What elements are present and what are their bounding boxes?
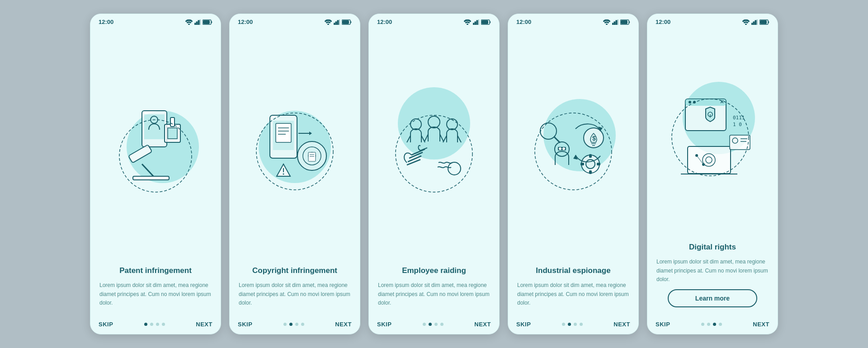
title-espionage: Industrial espionage — [517, 266, 629, 276]
title-patent: Patent infringement — [99, 266, 212, 276]
svg-rect-60 — [612, 23, 613, 25]
wifi-icon-2 — [325, 19, 332, 25]
screens-container: 12:00 — [90, 14, 778, 334]
nav-patent: SKIP NEXT — [90, 317, 221, 334]
status-time-5: 12:00 — [656, 19, 670, 25]
svg-text:1 0: 1 0 — [733, 122, 742, 127]
svg-text:0111: 0111 — [733, 115, 745, 121]
dot-4-2 — [568, 323, 571, 326]
next-button-5[interactable]: NEXT — [753, 321, 769, 328]
svg-rect-88 — [755, 20, 756, 25]
skip-button-4[interactable]: SKIP — [516, 321, 531, 328]
body-employee: Lorem ipsum dolor sit dim amet, mea regi… — [378, 281, 490, 307]
dots-1 — [144, 323, 165, 326]
status-time-2: 12:00 — [238, 19, 253, 25]
svg-rect-42 — [473, 23, 474, 25]
phone-screen-patent: 12:00 — [90, 14, 221, 334]
dot-2-4 — [301, 323, 304, 326]
dots-5 — [701, 323, 722, 326]
copyright-illustration — [245, 97, 344, 197]
skip-button-1[interactable]: SKIP — [99, 321, 113, 328]
dots-2 — [283, 323, 304, 326]
svg-rect-91 — [760, 20, 767, 24]
svg-rect-20 — [337, 20, 339, 25]
svg-rect-65 — [621, 20, 627, 24]
illustration-digital: 0111 1 0 — [647, 28, 778, 242]
svg-point-85 — [745, 24, 747, 25]
svg-rect-79 — [589, 170, 592, 174]
nav-digital: SKIP NEXT — [647, 317, 778, 334]
skip-button-3[interactable]: SKIP — [377, 321, 392, 328]
signal-icon-4 — [612, 19, 618, 25]
dot-4-1 — [562, 323, 565, 326]
dot-3-2 — [429, 323, 432, 326]
phone-screen-digital: 12:00 — [647, 14, 778, 334]
svg-rect-61 — [614, 22, 615, 25]
battery-icon-5 — [760, 19, 769, 25]
svg-text:$: $ — [592, 135, 596, 142]
wifi-icon-3 — [464, 19, 471, 25]
svg-rect-45 — [478, 19, 479, 25]
next-button-1[interactable]: NEXT — [196, 321, 212, 328]
body-patent: Lorem ipsum dolor sit dim amet, mea regi… — [99, 281, 212, 307]
signal-icon-2 — [334, 19, 340, 25]
status-bar-2: 12:00 — [230, 14, 360, 28]
svg-rect-23 — [343, 20, 349, 24]
svg-rect-62 — [616, 20, 617, 25]
dot-2-1 — [283, 323, 287, 326]
dot-4-3 — [574, 323, 577, 326]
dots-3 — [423, 323, 443, 326]
status-icons-2 — [325, 19, 352, 25]
title-copyright: Copyright infringement — [239, 266, 351, 276]
battery-icon-4 — [620, 19, 630, 25]
svg-point-84 — [535, 113, 612, 190]
svg-rect-100 — [688, 146, 731, 174]
illustration-copyright — [230, 28, 360, 266]
next-button-4[interactable]: NEXT — [613, 321, 630, 328]
nav-employee: SKIP NEXT — [369, 317, 499, 334]
status-icons-3 — [464, 19, 491, 25]
status-icons-5 — [742, 19, 769, 25]
svg-rect-1 — [194, 23, 196, 25]
status-bar-5: 12:00 — [647, 14, 778, 28]
svg-point-48 — [410, 119, 421, 130]
dot-5-4 — [719, 323, 722, 326]
title-employee: Employee raiding — [378, 266, 490, 276]
svg-point-41 — [467, 24, 468, 25]
dot-2-2 — [289, 323, 292, 326]
dots-4 — [562, 323, 583, 326]
learn-more-button[interactable]: Learn more — [668, 289, 757, 307]
svg-point-68 — [559, 147, 561, 150]
status-icons-4 — [603, 19, 630, 25]
svg-rect-47 — [482, 20, 488, 24]
dot-3-3 — [434, 323, 438, 326]
next-button-2[interactable]: NEXT — [335, 321, 352, 328]
svg-line-52 — [425, 134, 428, 141]
content-digital: Digital rights Lorem ipsum dolor sit dim… — [647, 242, 778, 317]
next-button-3[interactable]: NEXT — [474, 321, 491, 328]
svg-line-55 — [443, 136, 447, 142]
wifi-icon-5 — [742, 19, 750, 25]
dot-3-4 — [440, 323, 443, 326]
svg-rect-13 — [128, 145, 152, 163]
skip-button-2[interactable]: SKIP — [238, 321, 252, 328]
skip-button-5[interactable]: SKIP — [656, 321, 670, 328]
content-espionage: Industrial espionage Lorem ipsum dolor s… — [508, 266, 638, 317]
svg-point-17 — [328, 24, 329, 25]
status-bar-1: 12:00 — [90, 14, 221, 28]
illustration-patent — [90, 28, 221, 266]
battery-icon — [203, 19, 212, 25]
svg-rect-8 — [144, 114, 165, 139]
illustration-employee — [369, 28, 499, 266]
phone-screen-espionage: 12:00 — [508, 14, 639, 334]
phone-screen-copyright: 12:00 — [229, 14, 360, 334]
svg-rect-44 — [476, 20, 478, 25]
illustration-espionage: $ — [508, 28, 638, 266]
nav-copyright: SKIP NEXT — [230, 317, 360, 334]
svg-rect-21 — [339, 19, 340, 25]
svg-rect-11 — [168, 128, 177, 139]
status-bar-4: 12:00 — [508, 14, 638, 28]
svg-rect-3 — [198, 20, 199, 25]
svg-point-0 — [189, 24, 190, 25]
signal-icon-3 — [473, 19, 479, 25]
